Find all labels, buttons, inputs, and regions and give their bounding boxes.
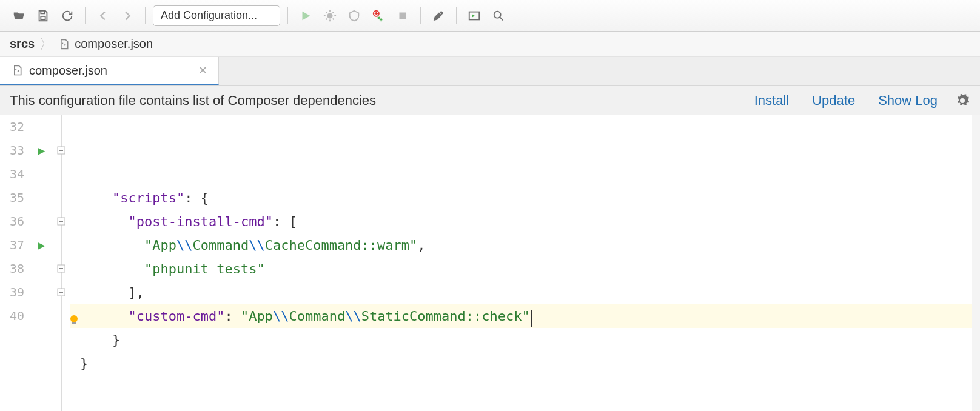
toolbar-separator xyxy=(85,7,86,24)
svg-point-5 xyxy=(494,11,501,18)
close-tab-icon[interactable]: ✕ xyxy=(198,64,207,77)
toolbar-separator xyxy=(145,7,146,24)
svg-rect-11 xyxy=(72,322,76,324)
breadcrumb-file[interactable]: composer.json xyxy=(75,37,153,51)
profiler-icon[interactable] xyxy=(368,5,389,26)
code-line[interactable]: } xyxy=(70,352,972,375)
back-icon[interactable] xyxy=(93,5,113,26)
run-icon[interactable] xyxy=(295,5,316,26)
run-line-icon[interactable]: ▶ xyxy=(38,145,45,156)
code-line[interactable]: } xyxy=(70,328,972,352)
line-number: 35 xyxy=(0,186,24,210)
line-number: 36 xyxy=(0,210,24,233)
toolbar-separator xyxy=(420,7,421,24)
run-line-icon[interactable]: ▶ xyxy=(38,240,45,250)
svg-rect-3 xyxy=(400,12,406,19)
line-number: 34 xyxy=(0,162,24,186)
code-area[interactable]: "scripts": { "post-install-cmd": [ "App\… xyxy=(70,115,972,411)
code-line[interactable] xyxy=(70,375,972,399)
text-caret xyxy=(531,310,532,327)
fold-close-icon[interactable] xyxy=(57,288,65,296)
refresh-icon[interactable] xyxy=(57,5,78,26)
breadcrumb-root[interactable]: srcs xyxy=(10,37,35,51)
svg-point-1 xyxy=(327,13,332,18)
code-line[interactable]: "App\\Command\\CacheCommand::warm", xyxy=(70,233,972,257)
tab-composer-json[interactable]: composer.json ✕ xyxy=(0,57,219,85)
breadcrumb: srcs 〉 composer.json xyxy=(0,32,980,57)
banner-show-log-link[interactable]: Show Log xyxy=(878,93,938,109)
code-line[interactable]: "phpunit tests" xyxy=(70,257,972,281)
json-file-icon xyxy=(11,64,23,76)
svg-rect-0 xyxy=(41,16,45,19)
code-line[interactable]: ], xyxy=(70,281,972,304)
tab-label: composer.json xyxy=(29,64,107,78)
run-configuration-selector[interactable]: Add Configuration... xyxy=(153,5,280,26)
json-file-icon xyxy=(58,38,70,50)
fold-close-icon[interactable] xyxy=(57,264,65,273)
run-configuration-label: Add Configuration... xyxy=(161,9,257,22)
banner-update-link[interactable]: Update xyxy=(812,93,855,109)
code-line[interactable]: "post-install-cmd": [ xyxy=(70,210,972,233)
code-line[interactable]: "custom-cmd": "App\\Command\\StaticComma… xyxy=(70,304,972,328)
fold-gutter xyxy=(53,115,70,411)
open-icon[interactable] xyxy=(8,5,29,26)
toolbar-separator xyxy=(456,7,457,24)
chevron-right-icon: 〉 xyxy=(39,35,53,53)
line-number: 37 xyxy=(0,233,24,257)
run-anything-icon[interactable] xyxy=(464,5,485,26)
editor-tabs: composer.json ✕ xyxy=(0,57,980,86)
svg-point-10 xyxy=(70,315,78,322)
main-toolbar: Add Configuration... xyxy=(0,0,980,32)
forward-icon[interactable] xyxy=(117,5,138,26)
composer-banner: This configuration file contains list of… xyxy=(0,86,980,115)
banner-message: This configuration file contains list of… xyxy=(10,93,376,109)
coverage-icon[interactable] xyxy=(344,5,364,26)
line-number-gutter: 323334353637383940 xyxy=(0,115,29,411)
gear-icon[interactable] xyxy=(955,93,970,109)
banner-install-link[interactable]: Install xyxy=(754,93,789,109)
fold-close-icon[interactable] xyxy=(57,217,65,226)
search-everywhere-icon[interactable] xyxy=(488,5,509,26)
build-icon[interactable] xyxy=(428,5,449,26)
vertical-scrollbar[interactable] xyxy=(972,115,980,411)
intention-bulb-icon[interactable] xyxy=(68,310,80,322)
debug-icon[interactable] xyxy=(320,5,340,26)
toolbar-separator xyxy=(287,7,288,24)
run-gutter: ▶▶ xyxy=(29,115,53,411)
save-all-icon[interactable] xyxy=(33,5,53,26)
fold-open-icon[interactable] xyxy=(57,146,65,155)
line-number: 38 xyxy=(0,257,24,281)
line-number: 40 xyxy=(0,304,24,328)
code-editor[interactable]: 323334353637383940 ▶▶ "scripts": { "post… xyxy=(0,115,980,411)
line-number: 39 xyxy=(0,281,24,304)
code-line[interactable]: "scripts": { xyxy=(70,186,972,210)
line-number: 33 xyxy=(0,139,24,162)
line-number: 32 xyxy=(0,115,24,139)
stop-icon[interactable] xyxy=(392,5,413,26)
